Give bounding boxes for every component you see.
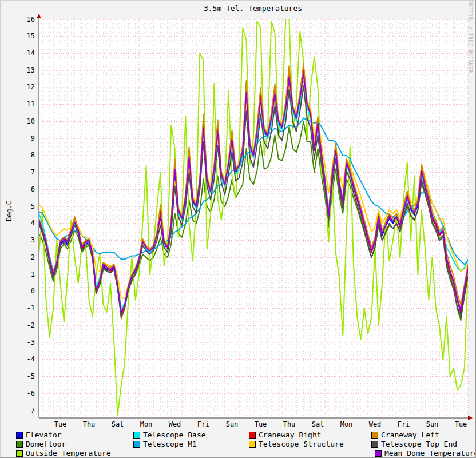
y-tick-label: 8	[17, 152, 35, 159]
x-tick-label: Sun	[420, 421, 445, 428]
y-tick-label: -3	[17, 339, 35, 347]
x-tick-label: Wed	[162, 421, 188, 428]
x-tick-label: Mon	[334, 421, 359, 428]
y-tick-label: 16	[17, 16, 35, 23]
y-tick-label: -6	[17, 390, 35, 397]
legend-item-telescope-m1: Telescope M1	[133, 440, 197, 448]
y-tick-label: 2	[17, 254, 35, 261]
legend-item-telescope-base: Telescope Base	[133, 431, 206, 439]
y-tick-label: -4	[17, 356, 35, 363]
legend-swatch	[133, 441, 140, 448]
legend-item-outside-temperature: Outside Temperature	[16, 449, 111, 457]
x-tick-label: Fri	[391, 421, 416, 428]
y-tick-label: 7	[17, 169, 35, 176]
legend-swatch	[249, 432, 256, 439]
legend-item-craneway-left: Craneway Left	[371, 431, 439, 439]
x-tick-label: Tue	[449, 421, 474, 428]
chart-canvas	[1, 1, 474, 457]
y-tick-label: 9	[17, 135, 35, 142]
x-tick-label: Thu	[277, 421, 302, 428]
x-tick-label: Mon	[134, 421, 159, 428]
legend-swatch	[133, 432, 140, 439]
legend-item-elevator: Elevator	[16, 431, 62, 439]
legend-swatch	[375, 450, 382, 457]
y-tick-label: 15	[17, 33, 35, 40]
legend-label: Domefloor	[26, 440, 66, 448]
legend-swatch	[249, 441, 256, 448]
y-tick-label: 3	[17, 237, 35, 244]
legend-label: Elevator	[26, 431, 62, 439]
y-tick-label: -2	[17, 322, 35, 329]
legend-label: Mean Dome Temperature	[384, 449, 476, 457]
legend-swatch	[16, 450, 23, 457]
legend-item-mean-dome-temperature: Mean Dome Temperature	[375, 449, 476, 457]
x-tick-label: Wed	[363, 421, 388, 428]
x-tick-label: Sat	[306, 421, 331, 428]
x-tick-label: Sat	[105, 421, 130, 428]
rrdtool-graph: 3.5m Tel. Temperatures Deg.C RRDTOOL / T…	[0, 0, 476, 458]
y-tick-label: -7	[17, 407, 35, 415]
y-tick-label: 13	[17, 67, 35, 74]
x-tick-label: Tue	[248, 421, 273, 428]
x-tick-label: Thu	[77, 421, 102, 428]
x-tick-label: Sun	[220, 421, 245, 428]
legend-item-telescope-top-end: Telescope Top End	[371, 440, 457, 448]
y-tick-label: 11	[17, 101, 35, 108]
x-tick-label: Fri	[191, 421, 216, 428]
legend-label: Telescope M1	[143, 440, 197, 448]
legend-swatch	[16, 432, 23, 439]
legend-swatch	[16, 441, 23, 448]
y-tick-label: 0	[17, 288, 35, 295]
y-tick-label: -1	[17, 305, 35, 312]
x-tick-label: Tue	[48, 421, 73, 428]
y-tick-label: 12	[17, 83, 35, 91]
legend-label: Outside Temperature	[26, 449, 111, 457]
y-tick-label: 10	[17, 118, 35, 125]
legend-swatch	[371, 432, 378, 439]
y-tick-label: 4	[17, 220, 35, 227]
y-tick-label: 5	[17, 203, 35, 210]
legend-label: Craneway Right	[259, 431, 322, 439]
y-tick-label: 14	[17, 50, 35, 57]
legend-label: Telescope Base	[143, 431, 206, 439]
legend-swatch	[371, 441, 378, 448]
legend-label: Craneway Left	[381, 431, 439, 439]
legend-item-telescope-structure: Telescope Structure	[249, 440, 344, 448]
legend-label: Telescope Structure	[259, 440, 344, 448]
legend-item-craneway-right: Craneway Right	[249, 431, 322, 439]
y-tick-label: 1	[17, 271, 35, 278]
legend-item-domefloor: Domefloor	[16, 440, 66, 448]
legend-label: Telescope Top End	[381, 440, 457, 448]
y-tick-label: -5	[17, 373, 35, 380]
y-tick-label: 6	[17, 186, 35, 193]
